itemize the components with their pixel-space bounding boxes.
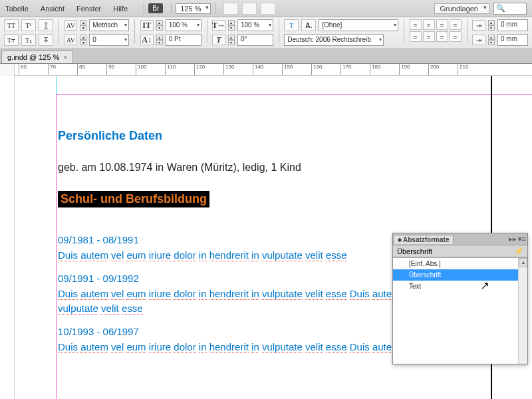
kerning-icon: A͏V: [64, 20, 77, 31]
search-icon: 🔍: [496, 4, 505, 13]
ruler-origin[interactable]: [0, 64, 15, 76]
hscale-dropdown[interactable]: 100 %: [237, 19, 273, 31]
menu-bar: Tabelle Ansicht Fenster Hilfe Br 125 % G…: [0, 0, 532, 17]
ruler-tick: 60: [19, 64, 27, 75]
ruler-tick: 180: [370, 64, 380, 75]
ruler-tick: 200: [428, 64, 439, 75]
indent-first-stepper[interactable]: ▴▾: [488, 35, 495, 45]
vscale-stepper[interactable]: ▴▾: [156, 20, 163, 31]
horizontal-ruler: 6070809010011012013014015016017018019020…: [0, 64, 532, 76]
charstyle-icon[interactable]: A.: [301, 19, 316, 31]
superscript-icon[interactable]: T¹: [21, 19, 36, 31]
search-field[interactable]: 🔍: [493, 3, 527, 15]
skew-stepper[interactable]: ▴▾: [228, 35, 235, 45]
strikethrough-icon[interactable]: T: [39, 34, 53, 46]
underline-icon[interactable]: T: [39, 19, 53, 31]
scroll-up-icon[interactable]: ▴: [519, 258, 527, 267]
document-tab-bar: g.indd @ 125 % ×: [0, 49, 532, 64]
ruler-tick: 90: [106, 64, 114, 75]
vscale-dropdown[interactable]: 100 %: [166, 19, 201, 31]
ruler-tick: 190: [399, 64, 410, 75]
allcaps-icon[interactable]: TT: [4, 19, 19, 31]
style-item[interactable]: [Einf. Abs.]: [393, 258, 527, 269]
indent-first-input[interactable]: 0 mm: [497, 34, 528, 46]
fill-icon[interactable]: T: [284, 19, 299, 31]
menu-ansicht[interactable]: Ansicht: [41, 5, 65, 13]
panel-style-list[interactable]: [Einf. Abs.]ÜberschriftText ▴: [393, 257, 527, 364]
paragraph-styles-panel[interactable]: ◆ Absatzformate ▸▸ ▾≡ Überschrift ⚡ [Ein…: [392, 233, 528, 364]
align-right-icon[interactable]: ≡: [436, 19, 448, 30]
panel-collapse-icon[interactable]: ▸▸: [509, 235, 517, 243]
panel-tab-row: ◆ Absatzformate ▸▸ ▾≡: [393, 233, 527, 245]
indent-first-icon: ⇥: [472, 35, 485, 45]
indent-left-icon: ⇥: [472, 20, 485, 31]
doc-heading-selected[interactable]: Schul- und Berufsbildung: [58, 191, 209, 207]
ruler-tick: 140: [253, 64, 263, 75]
hscale-stepper[interactable]: ▴▾: [228, 20, 235, 31]
document-tab-label: g.indd @ 125 %: [7, 53, 59, 61]
doc-body-line[interactable]: geb. am 10.08.1974 in Waren (Müritz), le…: [58, 162, 519, 174]
menu-fenster[interactable]: Fenster: [76, 5, 101, 13]
view-mode-icon-3[interactable]: [261, 3, 275, 15]
document-tab[interactable]: g.indd @ 125 % ×: [1, 51, 73, 63]
indent-left-input[interactable]: 0 mm: [497, 19, 528, 31]
indent-left-stepper[interactable]: ▴▾: [488, 20, 495, 31]
view-mode-icon-1[interactable]: [223, 3, 238, 15]
subscript-icon[interactable]: T₁: [21, 34, 36, 46]
panel-diamond-icon: ◆: [398, 237, 402, 243]
ruler-tick: 130: [223, 64, 234, 75]
style-item[interactable]: Text: [393, 281, 527, 292]
ruler-tick: 170: [340, 64, 351, 75]
baseline-stepper[interactable]: ▴▾: [156, 35, 163, 45]
justify-icon[interactable]: ≡: [450, 19, 462, 30]
align-center-icon[interactable]: ≡: [423, 19, 435, 30]
menu-hilfe[interactable]: Hilfe: [113, 5, 128, 13]
vertical-ruler: [0, 76, 15, 399]
doc-heading-1[interactable]: Persönliche Daten: [58, 129, 519, 143]
menu-tabelle[interactable]: Tabelle: [5, 5, 29, 13]
skew-input[interactable]: 0°: [237, 34, 273, 46]
bridge-badge[interactable]: Br: [148, 3, 163, 13]
hscale-icon: T↔: [212, 20, 225, 31]
ruler-tick: 120: [194, 64, 205, 75]
panel-scrollbar[interactable]: ▴: [518, 258, 527, 364]
justify-right-icon[interactable]: ≡: [436, 31, 448, 42]
panel-tab-label: Absatzformate: [403, 236, 449, 243]
align-left-icon[interactable]: ≡: [410, 19, 422, 30]
ruler-tick: 70: [48, 64, 56, 75]
ruler-tick: 100: [136, 64, 146, 75]
workspace-dropdown[interactable]: Grundlagen: [434, 3, 490, 14]
justify-all-icon[interactable]: ≡: [450, 31, 462, 42]
smallcaps-icon[interactable]: Tᴛ: [4, 34, 19, 46]
kerning-stepper[interactable]: ▴▾: [80, 20, 86, 31]
skew-icon: T: [212, 35, 225, 45]
vscale-icon: IT: [140, 20, 154, 31]
quick-apply-icon[interactable]: ⚡: [514, 247, 523, 255]
kerning-dropdown[interactable]: Metrisch: [89, 19, 129, 31]
tracking-dropdown[interactable]: 0: [89, 34, 129, 46]
language-dropdown[interactable]: Deutsch: 2006 Rechtschreib: [284, 34, 384, 46]
close-tab-icon[interactable]: ×: [63, 54, 67, 61]
panel-current-label: Überschrift: [397, 247, 432, 255]
panel-current-style: Überschrift ⚡: [393, 245, 527, 257]
style-item[interactable]: Überschrift: [393, 269, 527, 281]
control-bar: TT T¹ T Tᴛ T₁ T A͏V ▴▾ Metrisch A͏V ▴▾ 0…: [0, 17, 532, 49]
tracking-icon: A͏V: [64, 35, 77, 45]
justify-left-icon[interactable]: ≡: [410, 31, 422, 42]
panel-tab-absatzformate[interactable]: ◆ Absatzformate: [393, 235, 454, 244]
baseline-icon: A↕: [140, 35, 154, 45]
ruler-tick: 80: [77, 64, 85, 75]
charstyle-dropdown[interactable]: [Ohne]: [319, 19, 398, 31]
justify-center-icon[interactable]: ≡: [423, 31, 435, 42]
ruler-tick: 150: [282, 64, 293, 75]
tracking-stepper[interactable]: ▴▾: [80, 35, 86, 45]
ruler-tick: 160: [311, 64, 322, 75]
ruler-tick: 110: [165, 64, 176, 75]
zoom-dropdown[interactable]: 125 %: [176, 3, 211, 14]
view-mode-icon-2[interactable]: [242, 3, 257, 15]
ruler-tick: 210: [458, 64, 468, 75]
panel-menu-icon[interactable]: ▾≡: [518, 235, 526, 243]
baseline-input[interactable]: 0 Pt: [166, 34, 201, 46]
